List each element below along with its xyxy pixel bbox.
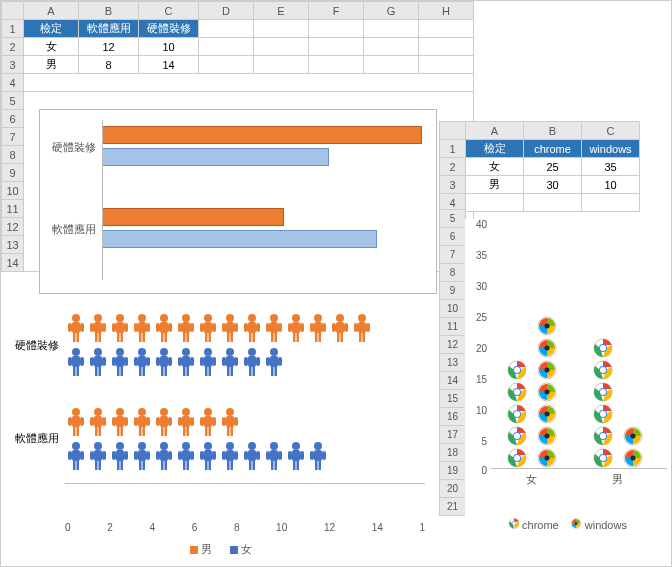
cell[interactable] [466, 194, 524, 212]
cell[interactable]: 12 [79, 38, 139, 56]
svg-point-40 [600, 433, 606, 439]
bar-chart[interactable]: 硬體裝修 軟體應用 [39, 109, 437, 294]
cell[interactable] [419, 38, 474, 56]
cell[interactable] [254, 20, 309, 38]
row-header[interactable]: 15 [440, 390, 466, 408]
cell[interactable]: 女 [24, 38, 79, 56]
cell[interactable] [24, 74, 474, 92]
row-header[interactable]: 17 [440, 426, 466, 444]
cell[interactable]: 10 [582, 176, 640, 194]
pict-row-male [65, 313, 373, 343]
cell[interactable] [364, 56, 419, 74]
row-header[interactable]: 6 [440, 228, 466, 246]
col-header[interactable]: C [139, 2, 199, 20]
row-header[interactable]: 14 [2, 254, 24, 272]
row-header[interactable]: 16 [440, 408, 466, 426]
cell[interactable] [419, 20, 474, 38]
row-header[interactable]: 14 [440, 372, 466, 390]
row-header[interactable]: 18 [440, 444, 466, 462]
cell[interactable] [524, 194, 582, 212]
row-header[interactable]: 9 [2, 164, 24, 182]
cell[interactable]: 軟體應用 [79, 20, 139, 38]
col-header[interactable]: C [582, 122, 640, 140]
col-header[interactable]: B [524, 122, 582, 140]
bar-female [102, 148, 329, 166]
col-header[interactable]: B [79, 2, 139, 20]
cell[interactable]: 8 [79, 56, 139, 74]
row-header[interactable]: 20 [440, 480, 466, 498]
row-header[interactable]: 9 [440, 282, 466, 300]
cell[interactable]: 檢定 [24, 20, 79, 38]
tick: 8 [234, 522, 240, 533]
col-header[interactable]: D [199, 2, 254, 20]
tick: 5 [481, 436, 487, 447]
row-header[interactable]: 8 [440, 264, 466, 282]
row-header[interactable]: 12 [2, 218, 24, 236]
category-label: 硬體裝修 [44, 140, 96, 155]
pict-row-female [65, 441, 329, 471]
row-header[interactable]: 1 [440, 140, 466, 158]
row-header[interactable]: 8 [2, 146, 24, 164]
cell[interactable]: 男 [24, 56, 79, 74]
cell[interactable] [309, 20, 364, 38]
cell[interactable]: 35 [582, 158, 640, 176]
icon-column-chart[interactable]: 40 35 30 25 20 15 10 5 0 女 男 chrome wind… [465, 219, 670, 539]
row-header[interactable]: 21 [440, 498, 466, 516]
cell[interactable] [199, 56, 254, 74]
row-header[interactable]: 2 [2, 38, 24, 56]
row-header[interactable]: 3 [2, 56, 24, 74]
cell[interactable] [419, 56, 474, 74]
cell[interactable]: 檢定 [466, 140, 524, 158]
cell[interactable]: 10 [139, 38, 199, 56]
cell[interactable] [254, 38, 309, 56]
row-header[interactable]: 10 [440, 300, 466, 318]
row-header[interactable]: 6 [2, 110, 24, 128]
col-header[interactable]: A [24, 2, 79, 20]
cell[interactable]: 14 [139, 56, 199, 74]
row-header[interactable]: 13 [2, 236, 24, 254]
cell[interactable] [199, 38, 254, 56]
legend: chrome windows [508, 518, 627, 531]
cell[interactable] [309, 38, 364, 56]
tick: 0 [481, 465, 487, 476]
col-header[interactable]: G [364, 2, 419, 20]
pictogram-chart[interactable]: 硬體裝修 軟體應用 0 2 4 6 8 10 12 14 1 男 女 [5, 303, 437, 563]
row-header[interactable]: 7 [2, 128, 24, 146]
cell[interactable]: 男 [466, 176, 524, 194]
col-header[interactable]: A [466, 122, 524, 140]
cell[interactable]: 25 [524, 158, 582, 176]
row-header[interactable]: 1 [2, 20, 24, 38]
row-header[interactable]: 5 [2, 92, 24, 110]
cell[interactable] [582, 194, 640, 212]
col-header[interactable]: E [254, 2, 309, 20]
pict-row-male [65, 407, 241, 437]
row-header[interactable]: 7 [440, 246, 466, 264]
cell[interactable] [364, 20, 419, 38]
cell[interactable]: windows [582, 140, 640, 158]
row-header[interactable]: 13 [440, 354, 466, 372]
row-header[interactable]: 11 [2, 200, 24, 218]
tick: 2 [107, 522, 113, 533]
spreadsheet-2[interactable]: A B C 1 檢定 chrome windows 2 女 25 35 3 男 … [439, 121, 640, 212]
col-header[interactable]: F [309, 2, 364, 20]
row-header[interactable]: 10 [2, 182, 24, 200]
row-header[interactable]: 19 [440, 462, 466, 480]
row-header[interactable]: 12 [440, 336, 466, 354]
cell[interactable] [309, 56, 364, 74]
chrome-icon [508, 518, 519, 531]
cell[interactable] [199, 20, 254, 38]
plot-area: 女 男 [491, 219, 667, 469]
cell[interactable] [254, 56, 309, 74]
category-label: 軟體應用 [44, 222, 96, 237]
row-header[interactable]: 2 [440, 158, 466, 176]
row-header[interactable]: 3 [440, 176, 466, 194]
col-header[interactable]: H [419, 2, 474, 20]
row-header[interactable]: 5 [440, 210, 466, 228]
row-header[interactable]: 11 [440, 318, 466, 336]
cell[interactable]: 女 [466, 158, 524, 176]
row-header[interactable]: 4 [2, 74, 24, 92]
cell[interactable] [364, 38, 419, 56]
cell[interactable]: chrome [524, 140, 582, 158]
cell[interactable]: 30 [524, 176, 582, 194]
cell[interactable]: 硬體裝修 [139, 20, 199, 38]
